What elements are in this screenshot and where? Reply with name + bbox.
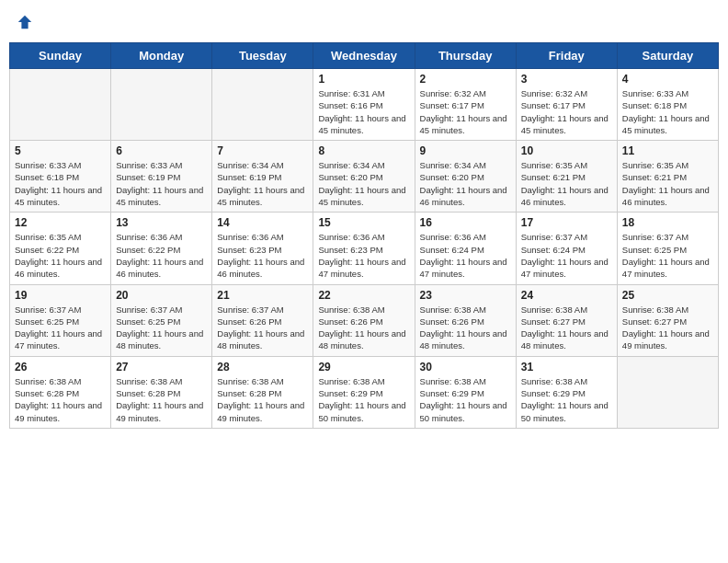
table-row: 16Sunrise: 6:36 AM Sunset: 6:24 PM Dayli… [415, 213, 516, 284]
day-number: 30 [420, 361, 511, 373]
week-row-4: 19Sunrise: 6:37 AM Sunset: 6:25 PM Dayli… [10, 284, 719, 356]
logo [17, 14, 37, 30]
day-header-wednesday: Wednesday [313, 43, 415, 69]
day-number: 16 [420, 216, 511, 229]
day-info: Sunrise: 6:35 AM Sunset: 6:21 PM Dayligh… [622, 159, 713, 208]
day-number: 31 [521, 361, 612, 373]
day-number: 23 [420, 289, 511, 302]
day-info: Sunrise: 6:37 AM Sunset: 6:25 PM Dayligh… [15, 304, 106, 352]
day-number: 1 [318, 73, 409, 86]
table-row [617, 356, 718, 428]
page-header [9, 9, 719, 35]
logo-icon [17, 14, 33, 30]
table-row: 31Sunrise: 6:38 AM Sunset: 6:29 PM Dayli… [516, 356, 617, 428]
day-number: 25 [622, 289, 713, 302]
table-row: 10Sunrise: 6:35 AM Sunset: 6:21 PM Dayli… [516, 141, 617, 213]
table-row: 9Sunrise: 6:34 AM Sunset: 6:20 PM Daylig… [415, 141, 516, 213]
day-info: Sunrise: 6:31 AM Sunset: 6:16 PM Dayligh… [318, 87, 409, 136]
day-info: Sunrise: 6:37 AM Sunset: 6:26 PM Dayligh… [217, 304, 308, 352]
day-number: 7 [217, 144, 308, 157]
day-info: Sunrise: 6:38 AM Sunset: 6:28 PM Dayligh… [15, 375, 106, 424]
day-header-friday: Friday [516, 43, 617, 69]
table-row [111, 69, 212, 141]
table-row: 14Sunrise: 6:36 AM Sunset: 6:23 PM Dayli… [212, 213, 313, 284]
table-row: 11Sunrise: 6:35 AM Sunset: 6:21 PM Dayli… [617, 141, 718, 213]
day-info: Sunrise: 6:38 AM Sunset: 6:26 PM Dayligh… [318, 304, 409, 352]
day-header-monday: Monday [111, 43, 212, 69]
day-header-tuesday: Tuesday [212, 43, 313, 69]
day-number: 21 [217, 289, 308, 302]
day-number: 24 [521, 289, 612, 302]
day-number: 27 [116, 361, 207, 373]
table-row: 22Sunrise: 6:38 AM Sunset: 6:26 PM Dayli… [313, 284, 415, 356]
day-info: Sunrise: 6:32 AM Sunset: 6:17 PM Dayligh… [521, 87, 612, 136]
table-row: 17Sunrise: 6:37 AM Sunset: 6:24 PM Dayli… [516, 213, 617, 284]
day-info: Sunrise: 6:38 AM Sunset: 6:28 PM Dayligh… [217, 375, 308, 424]
day-number: 22 [318, 289, 409, 302]
week-row-3: 12Sunrise: 6:35 AM Sunset: 6:22 PM Dayli… [10, 213, 719, 284]
table-row: 15Sunrise: 6:36 AM Sunset: 6:23 PM Dayli… [313, 213, 415, 284]
table-row [10, 69, 111, 141]
day-number: 4 [622, 73, 713, 86]
day-info: Sunrise: 6:38 AM Sunset: 6:26 PM Dayligh… [420, 304, 511, 352]
day-info: Sunrise: 6:37 AM Sunset: 6:25 PM Dayligh… [116, 304, 207, 352]
day-info: Sunrise: 6:35 AM Sunset: 6:22 PM Dayligh… [15, 231, 106, 280]
table-row: 6Sunrise: 6:33 AM Sunset: 6:19 PM Daylig… [111, 141, 212, 213]
day-info: Sunrise: 6:37 AM Sunset: 6:24 PM Dayligh… [521, 231, 612, 280]
day-info: Sunrise: 6:37 AM Sunset: 6:25 PM Dayligh… [622, 231, 713, 280]
table-row: 23Sunrise: 6:38 AM Sunset: 6:26 PM Dayli… [415, 284, 516, 356]
day-header-sunday: Sunday [10, 43, 111, 69]
day-info: Sunrise: 6:34 AM Sunset: 6:20 PM Dayligh… [420, 159, 511, 208]
calendar-table: SundayMondayTuesdayWednesdayThursdayFrid… [9, 42, 719, 429]
table-row: 1Sunrise: 6:31 AM Sunset: 6:16 PM Daylig… [313, 69, 415, 141]
day-number: 13 [116, 216, 207, 229]
table-row: 26Sunrise: 6:38 AM Sunset: 6:28 PM Dayli… [10, 356, 111, 428]
day-number: 11 [622, 144, 713, 157]
table-row: 7Sunrise: 6:34 AM Sunset: 6:19 PM Daylig… [212, 141, 313, 213]
day-number: 19 [15, 289, 106, 302]
day-info: Sunrise: 6:33 AM Sunset: 6:18 PM Dayligh… [622, 87, 713, 136]
day-info: Sunrise: 6:33 AM Sunset: 6:18 PM Dayligh… [15, 159, 106, 208]
week-row-5: 26Sunrise: 6:38 AM Sunset: 6:28 PM Dayli… [10, 356, 719, 428]
table-row: 27Sunrise: 6:38 AM Sunset: 6:28 PM Dayli… [111, 356, 212, 428]
day-number: 12 [15, 216, 106, 229]
day-number: 20 [116, 289, 207, 302]
table-row: 19Sunrise: 6:37 AM Sunset: 6:25 PM Dayli… [10, 284, 111, 356]
table-row: 28Sunrise: 6:38 AM Sunset: 6:28 PM Dayli… [212, 356, 313, 428]
day-header-thursday: Thursday [415, 43, 516, 69]
table-row: 29Sunrise: 6:38 AM Sunset: 6:29 PM Dayli… [313, 356, 415, 428]
table-row: 2Sunrise: 6:32 AM Sunset: 6:17 PM Daylig… [415, 69, 516, 141]
day-number: 2 [420, 73, 511, 86]
table-row: 24Sunrise: 6:38 AM Sunset: 6:27 PM Dayli… [516, 284, 617, 356]
day-info: Sunrise: 6:32 AM Sunset: 6:17 PM Dayligh… [420, 87, 511, 136]
table-row: 12Sunrise: 6:35 AM Sunset: 6:22 PM Dayli… [10, 213, 111, 284]
table-row: 20Sunrise: 6:37 AM Sunset: 6:25 PM Dayli… [111, 284, 212, 356]
day-number: 29 [318, 361, 409, 373]
day-number: 6 [116, 144, 207, 157]
day-number: 18 [622, 216, 713, 229]
day-number: 8 [318, 144, 409, 157]
day-number: 3 [521, 73, 612, 86]
week-row-2: 5Sunrise: 6:33 AM Sunset: 6:18 PM Daylig… [10, 141, 719, 213]
day-number: 9 [420, 144, 511, 157]
table-row [212, 69, 313, 141]
day-number: 5 [15, 144, 106, 157]
day-info: Sunrise: 6:38 AM Sunset: 6:27 PM Dayligh… [521, 304, 612, 352]
days-of-week-row: SundayMondayTuesdayWednesdayThursdayFrid… [10, 43, 719, 69]
day-info: Sunrise: 6:38 AM Sunset: 6:28 PM Dayligh… [116, 375, 207, 424]
table-row: 4Sunrise: 6:33 AM Sunset: 6:18 PM Daylig… [617, 69, 718, 141]
table-row: 18Sunrise: 6:37 AM Sunset: 6:25 PM Dayli… [617, 213, 718, 284]
table-row: 25Sunrise: 6:38 AM Sunset: 6:27 PM Dayli… [617, 284, 718, 356]
day-number: 10 [521, 144, 612, 157]
table-row: 30Sunrise: 6:38 AM Sunset: 6:29 PM Dayli… [415, 356, 516, 428]
calendar-body: 1Sunrise: 6:31 AM Sunset: 6:16 PM Daylig… [10, 69, 719, 429]
table-row: 3Sunrise: 6:32 AM Sunset: 6:17 PM Daylig… [516, 69, 617, 141]
day-number: 28 [217, 361, 308, 373]
table-row: 21Sunrise: 6:37 AM Sunset: 6:26 PM Dayli… [212, 284, 313, 356]
day-info: Sunrise: 6:38 AM Sunset: 6:29 PM Dayligh… [521, 375, 612, 424]
day-info: Sunrise: 6:36 AM Sunset: 6:23 PM Dayligh… [217, 231, 308, 280]
table-row: 8Sunrise: 6:34 AM Sunset: 6:20 PM Daylig… [313, 141, 415, 213]
day-number: 14 [217, 216, 308, 229]
day-info: Sunrise: 6:38 AM Sunset: 6:29 PM Dayligh… [420, 375, 511, 424]
day-info: Sunrise: 6:33 AM Sunset: 6:19 PM Dayligh… [116, 159, 207, 208]
